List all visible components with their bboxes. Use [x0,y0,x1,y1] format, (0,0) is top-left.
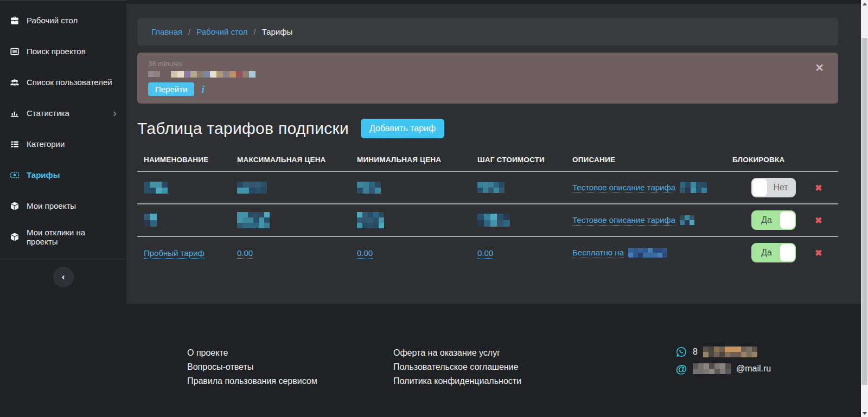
block-toggle[interactable]: Да [751,243,796,262]
scroll-down-button[interactable] [861,409,868,417]
page-title-row: Таблица тарифов подписки Добавить тариф [137,119,838,138]
chevron-left-icon: ‹ [62,272,65,283]
footer-link-agreement[interactable]: Пользовательское соглашение [393,360,627,374]
scroll-up-button[interactable] [861,0,868,8]
footer-contacts: 8 @ @mail.ru [675,346,838,417]
redacted-max-price [237,182,350,194]
redacted-min-price [357,182,471,194]
sidebar-item-categories[interactable]: Категории [0,129,126,159]
bar-chart-icon [10,108,20,118]
block-toggle[interactable]: Нет [751,178,796,197]
briefcase-icon [10,16,20,25]
app-window: Рабочий стол Поиск проектов Список польз… [0,0,868,417]
footer-link-privacy[interactable]: Политика конфиденциальности [393,374,627,388]
redacted-description-suffix [680,215,694,225]
column-header-description: ОПИСАНИЕ [566,156,726,164]
email-contact[interactable]: @ @mail.ru [675,362,838,375]
at-sign-icon: @ [675,362,687,375]
redacted-block [148,71,160,77]
toggle-label: Нет [773,183,788,193]
add-tariff-button[interactable]: Добавить тариф [361,119,444,138]
triangle-down-icon [863,412,867,415]
phone-contact[interactable]: 8 [675,346,838,358]
cube-icon [10,232,20,242]
redacted-step [477,182,566,193]
delete-icon[interactable]: ✖ [815,183,822,193]
main-column: Главная / Рабочий стол / Тарифы 38 minut… [126,0,861,417]
tariff-name-link[interactable]: Пробный тариф [144,248,205,259]
breadcrumb: Главная / Рабочий стол / Тарифы [137,18,838,46]
chevron-right-icon: › [113,107,117,119]
redacted-description-suffix [628,248,667,258]
redacted-email-local-part [693,363,731,374]
redacted-phone-number [703,347,757,357]
sidebar-item-statistics[interactable]: Статистика › [0,98,126,129]
triangle-up-icon [863,3,867,5]
cube-icon [10,201,20,211]
sidebar-divider [0,259,126,259]
delete-icon[interactable]: ✖ [815,248,822,258]
table-header-row: НАИМЕНОВАНИЕ МАКСИМАЛЬНАЯ ЦЕНА МИНИМАЛЬН… [137,148,838,171]
redacted-block [171,71,256,78]
redacted-name [144,182,231,194]
column-header-block: БЛОКИРОВКА [726,156,808,164]
tariff-row: Пробный тариф 0.00 0.00 0.00 Бесплатно н… [137,236,838,268]
sidebar-item-label: Тарифы [27,170,60,179]
sidebar-item-label: Список пользователей [27,78,112,87]
delete-icon[interactable]: ✖ [815,216,822,225]
column-header-min-price: МИНИМАЛЬНАЯ ЦЕНА [350,156,471,164]
block-toggle[interactable]: Да [751,210,796,230]
banknote-icon [10,170,20,180]
content-area: Главная / Рабочий стол / Тарифы 38 minut… [126,4,861,304]
redacted-description-suffix [680,182,707,193]
column-header-name: НАИМЕНОВАНИЕ [137,156,231,164]
max-price-link[interactable]: 0.00 [237,248,253,259]
step-link[interactable]: 0.00 [477,248,493,259]
scrollbar-thumb[interactable] [861,38,867,385]
redacted-step [477,214,566,227]
footer-links-column-1: О проекте Вопросы-ответы Правила пользов… [187,346,393,417]
redacted-notification-text [148,71,827,78]
sidebar-item-user-list[interactable]: Список пользователей [0,67,126,98]
redacted-name [144,214,231,227]
sidebar: Рабочий стол Поиск проектов Список польз… [0,0,126,417]
breadcrumb-desktop-link[interactable]: Рабочий стол [196,27,247,36]
notification-actions: Перейти i [148,82,827,96]
description-link[interactable]: Тестовое описание тарифа [572,215,675,226]
info-icon[interactable]: i [201,84,204,95]
sidebar-item-label: Рабочий стол [27,16,78,25]
footer-link-rules[interactable]: Правила пользования сервисом [187,374,393,388]
sidebar-item-desktop[interactable]: Рабочий стол [0,5,126,36]
sidebar-item-label: Категории [27,139,65,149]
redacted-max-price [237,212,350,228]
footer-link-offer[interactable]: Оферта на оказание услуг [393,346,627,360]
go-button[interactable]: Перейти [148,82,194,96]
sidebar-item-tariffs[interactable]: Тарифы [0,159,126,190]
sidebar-item-label: Мои проекты [27,201,76,210]
min-price-link[interactable]: 0.00 [357,248,373,259]
close-icon[interactable]: ✕ [815,61,824,74]
sidebar-item-my-responses[interactable]: Мои отклики на проекты [0,221,126,252]
sidebar-item-my-projects[interactable]: Мои проекты [0,190,126,221]
description-link[interactable]: Тестовое описание тарифа [572,183,675,193]
redacted-min-price [357,212,471,228]
sidebar-collapse-button[interactable]: ‹ [53,267,74,287]
page-title: Таблица тарифов подписки [137,119,349,138]
breadcrumb-home-link[interactable]: Главная [151,27,182,36]
footer-link-about[interactable]: О проекте [187,346,393,360]
tariff-table: НАИМЕНОВАНИЕ МАКСИМАЛЬНАЯ ЦЕНА МИНИМАЛЬН… [137,148,838,268]
tariff-row: Тестовое описание тарифа Да ✖ [137,203,838,236]
vertical-scrollbar[interactable] [861,0,868,417]
users-icon [10,78,20,87]
email-domain: @mail.ru [736,364,771,374]
footer-link-faq[interactable]: Вопросы-ответы [187,360,393,374]
sidebar-item-project-search[interactable]: Поиск проектов [0,36,126,67]
notification-banner: 38 minutes Перейти i ✕ [137,53,838,104]
notification-timestamp: 38 minutes [148,60,827,68]
description-link[interactable]: Бесплатно на [572,248,624,258]
breadcrumb-current: Тарифы [262,27,293,36]
column-header-max-price: МАКСИМАЛЬНАЯ ЦЕНА [231,156,350,164]
column-header-step: ШАГ СТОИМОСТИ [471,156,566,164]
breadcrumb-separator: / [188,27,190,36]
phone-prefix: 8 [693,347,698,357]
